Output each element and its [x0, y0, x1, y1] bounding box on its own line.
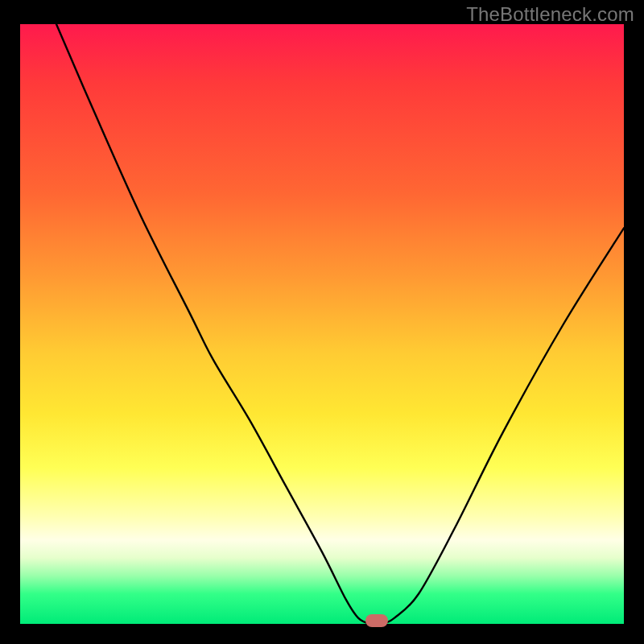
bottleneck-curve [20, 24, 624, 624]
curve-line [56, 24, 624, 624]
watermark-text: TheBottleneck.com [466, 3, 634, 26]
optimal-point-marker [365, 614, 388, 627]
plot-area [20, 24, 624, 624]
chart-frame: TheBottleneck.com [0, 0, 644, 644]
